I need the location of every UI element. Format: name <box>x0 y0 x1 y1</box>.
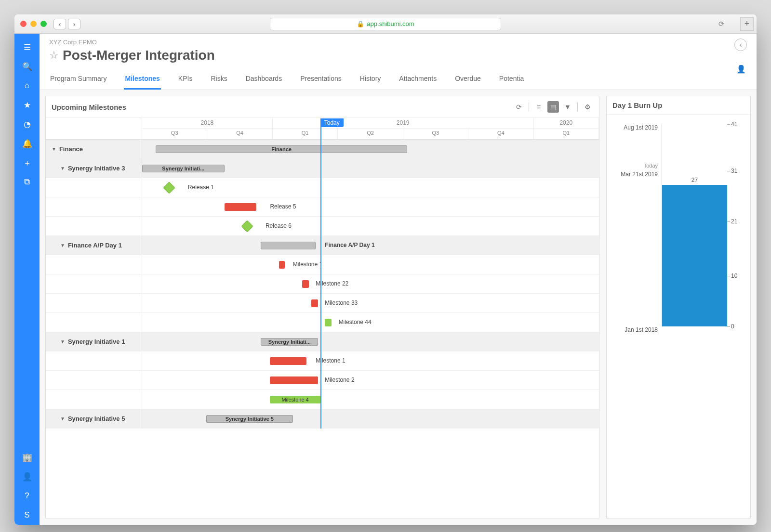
gantt-bar[interactable]: Synergy Initiati... <box>261 338 318 346</box>
row-label <box>46 313 142 332</box>
collapse-panel-icon[interactable]: ‹ <box>734 39 747 51</box>
caret-down-icon[interactable]: ▼ <box>60 166 65 171</box>
tab-kpis[interactable]: KPIs <box>177 70 194 90</box>
help-icon[interactable]: ? <box>14 486 40 506</box>
gantt-bar[interactable] <box>279 261 285 269</box>
user-icon[interactable]: 👤 <box>14 467 40 486</box>
user-menu-icon[interactable]: 👤 <box>736 65 746 74</box>
maximize-window-icon[interactable] <box>40 21 47 27</box>
gantt-row[interactable]: Milestone 1 <box>46 351 599 371</box>
browser-chrome: ‹ › 🔒 app.shibumi.com ⟳ + <box>14 14 757 34</box>
star-icon[interactable]: ★ <box>14 95 40 115</box>
reload-button[interactable]: ⟳ <box>716 19 727 29</box>
burnup-panel: Day 1 Burn Up Aug 1st 2019Mar 21st 2019J… <box>606 96 751 519</box>
gantt-row[interactable]: ▼Synergy Initiative 1Synergy Initiati... <box>46 332 599 351</box>
burnup-date-label: Jan 1st 2018 <box>625 326 658 333</box>
tab-presentations[interactable]: Presentations <box>299 70 343 90</box>
gantt-view-icon[interactable]: ▤ <box>547 101 559 113</box>
caret-down-icon[interactable]: ▼ <box>60 243 65 248</box>
gantt-bar[interactable]: Milestone 4 <box>270 396 320 403</box>
gantt-row[interactable]: Milestone 4 <box>46 390 599 409</box>
row-label <box>46 351 142 370</box>
gantt-bar[interactable] <box>311 299 318 307</box>
filter-icon[interactable]: ▼ <box>562 101 573 113</box>
gantt-bar[interactable] <box>302 280 309 288</box>
tab-potentia[interactable]: Potentia <box>498 70 525 90</box>
header: XYZ Corp EPMO ☆ Post-Merger Integration … <box>40 34 757 63</box>
burnup-tick-label: 41 <box>731 121 737 128</box>
gantt-row[interactable]: ▼Finance A/P Day 1Finance A/P Day 1 <box>46 236 599 255</box>
gantt-bar[interactable] <box>261 242 316 249</box>
gantt-row[interactable]: Milestone 22 <box>46 274 599 294</box>
back-button[interactable]: ‹ <box>53 19 66 29</box>
gantt-row[interactable]: Release 1 <box>46 178 599 197</box>
bar-label: Release 1 <box>188 184 214 191</box>
year-label: 2020 <box>534 118 599 128</box>
tab-attachments[interactable]: Attachments <box>398 70 438 90</box>
search-icon[interactable]: 🔍 <box>14 57 40 76</box>
building-icon[interactable]: 🏢 <box>14 448 40 467</box>
bell-icon[interactable]: 🔔 <box>14 134 40 153</box>
gantt-bar[interactable] <box>325 319 332 326</box>
gantt-bar[interactable]: Finance <box>156 145 407 153</box>
burnup-tick-label: 31 <box>731 168 737 174</box>
gantt-row[interactable]: ▼Synergy Initiative 3Synergy Initiati... <box>46 159 599 178</box>
milestone-diamond-icon[interactable] <box>241 220 253 232</box>
gantt-bar[interactable]: Synergy Initiati... <box>142 165 225 172</box>
row-label: ▼Finance A/P Day 1 <box>46 236 142 255</box>
breadcrumb[interactable]: XYZ Corp EPMO <box>49 39 747 46</box>
gantt-row[interactable]: Release 6 <box>46 217 599 236</box>
new-tab-button[interactable]: + <box>740 17 754 31</box>
quarter-label: Q1 <box>534 129 599 139</box>
settings-icon[interactable]: ⚙ <box>582 101 593 113</box>
tab-risks[interactable]: Risks <box>210 70 228 90</box>
row-label <box>46 217 142 235</box>
gantt-row[interactable]: Release 5 <box>46 197 599 217</box>
gantt-row[interactable]: Milestone 44 <box>46 313 599 332</box>
gantt-row[interactable]: Milestone 33 <box>46 294 599 313</box>
caret-down-icon[interactable]: ▼ <box>60 339 65 344</box>
milestone-diamond-icon[interactable] <box>163 182 175 194</box>
refresh-icon[interactable]: ⟳ <box>513 101 525 113</box>
year-label: 2019 <box>273 118 534 128</box>
close-window-icon[interactable] <box>20 21 27 27</box>
bar-label: Milestone 33 <box>325 299 358 306</box>
tab-program-summary[interactable]: Program Summary <box>49 70 107 90</box>
url-bar[interactable]: 🔒 app.shibumi.com <box>270 18 501 30</box>
gantt-bar[interactable] <box>270 357 306 365</box>
burnup-tick-label: 10 <box>731 272 737 279</box>
quarter-label: Q3 <box>142 129 207 139</box>
caret-down-icon[interactable]: ▼ <box>52 146 56 152</box>
gantt-chart: 201820192020 Q3Q4Q1Q2Q3Q4Q1 Today ▼Finan… <box>46 118 599 519</box>
copy-icon[interactable]: ⧉ <box>14 172 40 192</box>
gantt-row[interactable]: Milestone 1 <box>46 255 599 274</box>
minimize-window-icon[interactable] <box>30 21 37 27</box>
gantt-row[interactable]: Milestone 2 <box>46 371 599 390</box>
list-view-icon[interactable]: ≡ <box>533 101 545 113</box>
quarter-label: Q4 <box>207 129 272 139</box>
tab-overdue[interactable]: Overdue <box>454 70 482 90</box>
forward-button[interactable]: › <box>68 19 80 29</box>
row-label: ▼Synergy Initiative 3 <box>46 159 142 178</box>
quarter-label: Q3 <box>403 129 468 139</box>
gantt-row[interactable]: ▼FinanceFinance <box>46 140 599 159</box>
gantt-bar[interactable]: Synergy Initiative 5 <box>206 415 293 423</box>
gantt-bar[interactable] <box>225 203 256 211</box>
gantt-row[interactable]: ▼Synergy Initiative 5Synergy Initiative … <box>46 409 599 428</box>
url-text: app.shibumi.com <box>367 20 414 27</box>
plus-icon[interactable]: ＋ <box>14 153 40 172</box>
bar-label: Milestone 44 <box>339 319 372 325</box>
row-label: ▼Synergy Initiative 1 <box>46 332 142 351</box>
row-label <box>46 197 142 216</box>
clock-icon[interactable]: ◔ <box>14 115 40 134</box>
caret-down-icon[interactable]: ▼ <box>60 416 65 421</box>
tab-milestones[interactable]: Milestones <box>124 70 160 90</box>
gantt-bar[interactable] <box>270 376 318 384</box>
tab-dashboards[interactable]: Dashboards <box>245 70 283 90</box>
home-icon[interactable]: ⌂ <box>14 76 40 95</box>
tab-history[interactable]: History <box>359 70 382 90</box>
menu-icon[interactable]: ☰ <box>14 38 40 57</box>
logo-icon[interactable]: S <box>14 506 40 525</box>
milestones-toolbar: ⟳ ≡ ▤ ▼ ⚙ <box>513 101 593 113</box>
favorite-star-icon[interactable]: ☆ <box>49 49 59 62</box>
